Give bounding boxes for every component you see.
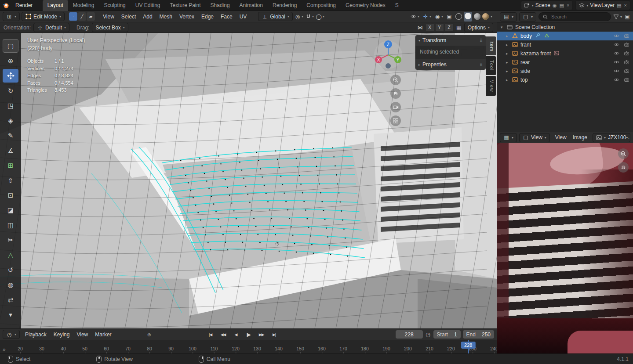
tool-smooth[interactable]: ◍ xyxy=(3,278,18,292)
image-mode-dropdown[interactable]: ▢View▾ xyxy=(519,133,550,142)
mirror-y-button[interactable]: Y xyxy=(435,23,444,32)
tool-annotate[interactable]: ✎ xyxy=(3,129,18,142)
workspace-tab-layout[interactable]: Layout xyxy=(43,0,68,11)
snap-toggle[interactable]: ▾ xyxy=(305,14,314,20)
tool-move[interactable] xyxy=(3,69,18,83)
outliner-item-kazama-front[interactable]: ▸kazama front xyxy=(497,49,633,58)
pin-scene-icon[interactable]: ◉ xyxy=(552,3,557,8)
mirror-z-button[interactable]: Z xyxy=(445,23,454,32)
tool-bevel[interactable]: ◪ xyxy=(3,203,18,217)
end-frame-field[interactable]: End250 xyxy=(463,330,494,339)
overlays-dropdown[interactable]: ◉▾ xyxy=(434,14,443,20)
disable-in-render-icon[interactable] xyxy=(624,77,630,83)
camera-view-button[interactable] xyxy=(390,102,401,112)
search-input[interactable] xyxy=(550,14,607,20)
auto-keying-toggle[interactable]: ◎ xyxy=(143,330,155,339)
outliner-item-body[interactable]: ▸body xyxy=(497,32,633,40)
hide-in-viewport-icon[interactable] xyxy=(614,68,620,74)
zoom-button[interactable] xyxy=(390,75,401,85)
properties-panel-header[interactable]: ▸ Properties ⠿ xyxy=(415,59,486,70)
tool-scale[interactable]: ◳ xyxy=(3,99,18,112)
expand-chevron[interactable]: ▸ xyxy=(506,51,510,56)
tool-extrude[interactable]: ⇧ xyxy=(3,173,18,187)
workspace-tab-animation[interactable]: Animation xyxy=(235,0,268,11)
tool-spin[interactable]: ↺ xyxy=(3,263,18,277)
solid-shading-button[interactable] xyxy=(464,12,472,22)
workspace-tab-compositing[interactable]: Compositing xyxy=(302,0,341,11)
outliner-item-top[interactable]: ▸top xyxy=(497,76,633,84)
outliner-item-side[interactable]: ▸side xyxy=(497,67,633,76)
timeline-ruler[interactable]: 2030405060708090100110120130140150160170… xyxy=(0,340,497,354)
face-select-button[interactable]: ▰ xyxy=(87,12,95,21)
timeline-menu-keying[interactable]: Keying xyxy=(50,329,73,340)
outliner-item-rear[interactable]: ▸rear xyxy=(497,58,633,67)
workspace-tab-s[interactable]: S xyxy=(390,0,404,11)
filter-dropdown[interactable]: ▾ xyxy=(613,14,622,20)
image-zoom-button[interactable] xyxy=(618,148,629,159)
image-editor-canvas[interactable] xyxy=(497,143,633,353)
disable-in-render-icon[interactable] xyxy=(624,33,630,39)
tool-measure[interactable]: ∡ xyxy=(3,144,18,157)
play-reverse-button[interactable]: ◀ xyxy=(230,330,242,339)
expand-chevron[interactable]: ▾ xyxy=(501,25,505,29)
disable-in-render-icon[interactable] xyxy=(624,59,630,65)
tool-edge-slide[interactable]: ⇄ xyxy=(3,293,18,306)
tool-knife[interactable]: ✂ xyxy=(3,233,18,247)
image-menu-view[interactable]: View xyxy=(552,132,570,143)
disable-in-render-icon[interactable] xyxy=(624,68,630,74)
current-frame-field[interactable]: 228 xyxy=(396,330,423,339)
viewport-menu-mesh[interactable]: Mesh xyxy=(156,11,176,22)
drag-setting-dropdown[interactable]: Select Box▾ xyxy=(92,23,128,32)
blender-logo-icon[interactable] xyxy=(0,0,11,11)
tool-cursor[interactable]: ⊕ xyxy=(3,54,18,68)
disable-in-render-icon[interactable] xyxy=(624,50,630,57)
workspace-tab-sculpting[interactable]: Sculpting xyxy=(99,0,130,11)
play-button[interactable]: ▶ xyxy=(243,330,255,339)
jump-end-button[interactable]: ▶| xyxy=(269,330,280,339)
timeline-expand-chevron[interactable]: » xyxy=(3,346,6,353)
viewport-menu-vertex[interactable]: Vertex xyxy=(176,11,198,22)
image-datablock-selector[interactable]: ▾ JZX100-... xyxy=(593,133,630,142)
tool-add-cube[interactable]: ⊞ xyxy=(3,159,18,172)
delete-viewlayer-icon[interactable]: × xyxy=(624,3,627,8)
workspace-tab-texture-paint[interactable]: Texture Paint xyxy=(165,0,206,11)
workspace-tab-modeling[interactable]: Modeling xyxy=(68,0,99,11)
scene-collection-row[interactable]: ▾ Scene Collection xyxy=(497,23,633,32)
viewport-menu-view[interactable]: View xyxy=(99,11,118,22)
navigation-gizmo[interactable]: Z X Y xyxy=(373,40,404,70)
new-scene-icon[interactable]: ▤ xyxy=(559,3,564,8)
object-visibility-dropdown[interactable]: ▾ xyxy=(411,14,419,20)
timeline-menu-view[interactable]: View xyxy=(73,329,91,340)
timeline-menu-marker[interactable]: Marker xyxy=(91,329,115,340)
options-dropdown[interactable]: Options▾ xyxy=(464,23,493,32)
outliner-search[interactable] xyxy=(538,12,611,21)
disable-in-render-icon[interactable] xyxy=(624,42,630,48)
viewport-canvas[interactable] xyxy=(0,33,497,328)
editor-type-dropdown[interactable]: ⊞▾ xyxy=(3,12,20,21)
start-frame-field[interactable]: Start1 xyxy=(433,330,461,339)
outliner-editor-dropdown[interactable]: ▤▾ xyxy=(500,12,517,22)
edge-select-button[interactable]: ╱ xyxy=(78,12,86,21)
wireframe-shading-button[interactable] xyxy=(455,13,462,20)
workspace-tab-shading[interactable]: Shading xyxy=(206,0,235,11)
timeline-menu-playback[interactable]: Playback xyxy=(22,329,50,340)
image-pan-hand-button[interactable] xyxy=(618,162,629,173)
new-viewlayer-icon[interactable]: ▤ xyxy=(616,3,622,8)
viewport-menu-edge[interactable]: Edge xyxy=(198,11,217,22)
orientation-setting-dropdown[interactable]: ⊹Default▾ xyxy=(33,23,69,32)
sidebar-tab-view[interactable]: View xyxy=(486,76,496,96)
proportional-editing-dropdown[interactable]: ◯▾ xyxy=(316,14,324,20)
mode-dropdown[interactable]: Edit Mode ▾ xyxy=(22,12,65,21)
expand-chevron[interactable]: ▸ xyxy=(506,60,510,65)
viewlayer-selector[interactable]: ▾ ViewLayer ▤ × xyxy=(575,0,630,10)
prev-keyframe-button[interactable]: ◀◀ xyxy=(218,330,229,339)
viewport-menu-select[interactable]: Select xyxy=(118,11,139,22)
viewport-menu-uv[interactable]: UV xyxy=(236,11,251,22)
pan-hand-button[interactable] xyxy=(390,88,401,99)
workspace-tab-uv-editing[interactable]: UV Editing xyxy=(131,0,165,11)
workspace-tab-rendering[interactable]: Rendering xyxy=(268,0,302,11)
panel-grip-icon[interactable]: ⠿ xyxy=(480,38,483,43)
image-menu-image[interactable]: Image xyxy=(570,132,590,143)
hide-in-viewport-icon[interactable] xyxy=(614,50,620,57)
transform-orientation-dropdown[interactable]: ⟂ Global ▾ xyxy=(258,12,293,21)
